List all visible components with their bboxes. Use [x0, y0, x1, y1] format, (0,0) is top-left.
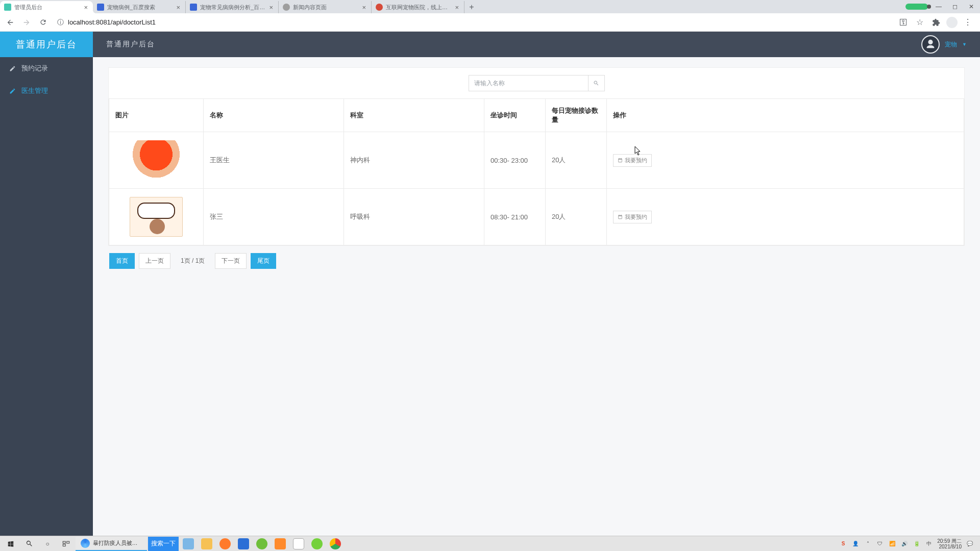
th-time: 坐诊时间 — [484, 99, 546, 132]
tray-chevron-icon[interactable]: ˄ — [864, 540, 872, 548]
topbar: 普通用户后台 宠物 ▼ — [93, 32, 980, 57]
window-minimize-button[interactable]: — — [931, 1, 946, 12]
taskbar-window-title: 暴打防疫人员被行拘 — [93, 539, 142, 547]
taskbar-app[interactable] — [272, 537, 289, 551]
profile-avatar[interactable] — [946, 17, 958, 28]
url-text: localhost:8081/api/doctorList1 — [68, 18, 156, 26]
app-icon — [311, 538, 323, 549]
notifications-icon[interactable]: 💬 — [966, 540, 974, 548]
forward-button[interactable] — [19, 15, 34, 30]
window-maximize-button[interactable]: ◻ — [947, 1, 963, 12]
window-close-button[interactable]: ✕ — [964, 1, 979, 12]
taskbar-app[interactable] — [308, 537, 326, 551]
key-icon[interactable]: ⚿ — [897, 16, 910, 29]
tab-title: 宠物常见病病例分析_百度百科 — [200, 4, 265, 11]
bookmark-star-icon[interactable]: ☆ — [914, 16, 926, 29]
close-icon[interactable]: × — [83, 4, 89, 11]
search-icon — [593, 80, 599, 86]
new-tab-button[interactable]: + — [464, 1, 479, 13]
back-button[interactable] — [3, 15, 17, 30]
notepad-icon — [293, 538, 304, 549]
ime-lang-icon[interactable]: 中 — [925, 540, 933, 548]
taskbar-app[interactable] — [290, 537, 307, 551]
browser-tab[interactable]: 管理员后台 × — [0, 1, 93, 13]
reserve-label: 我要预约 — [625, 157, 647, 164]
reserve-button[interactable]: 我要预约 — [613, 154, 652, 167]
kebab-menu-icon[interactable]: ⋮ — [962, 16, 974, 29]
reserve-button[interactable]: 我要预约 — [613, 211, 652, 223]
taskbar-taskview[interactable] — [57, 537, 75, 551]
search-app-icon — [219, 538, 231, 549]
site-info-icon[interactable]: ⓘ — [57, 18, 64, 27]
close-icon[interactable]: × — [175, 4, 181, 11]
pager-first[interactable]: 首页 — [109, 253, 135, 269]
user-menu[interactable]: 宠物 ▼ — [921, 35, 967, 54]
taskbar-app[interactable] — [180, 537, 197, 551]
app-icon — [256, 538, 267, 549]
tab-title: 互联网宠物医院，线上约专家医… — [386, 4, 451, 11]
tab-title: 新闻内容页面 — [293, 4, 358, 11]
people-icon[interactable]: 👤 — [851, 540, 860, 548]
close-icon[interactable]: × — [268, 4, 274, 11]
table-row: 张三 呼吸科 08:30- 21:00 20人 我要预约 — [109, 189, 964, 245]
taskbar-search[interactable] — [20, 537, 38, 551]
volume-icon[interactable]: 🔊 — [900, 540, 909, 548]
app-icon — [275, 538, 286, 549]
tab-title: 管理员后台 — [14, 4, 80, 11]
content-panel: 图片 名称 科室 坐诊时间 每日宠物接诊数量 操作 王医生 — [108, 67, 965, 246]
ime-icon[interactable]: S — [839, 540, 847, 548]
taskbar-explorer[interactable] — [198, 537, 215, 551]
taskbar-app[interactable] — [253, 537, 271, 551]
app-icon — [238, 538, 249, 549]
svg-rect-2 — [63, 544, 65, 546]
sidebar-item-doctors[interactable]: 医生管理 — [0, 80, 93, 102]
cell-name: 张三 — [204, 189, 344, 245]
pager-next[interactable]: 下一页 — [215, 253, 247, 269]
close-icon[interactable]: × — [361, 4, 367, 11]
search-button[interactable] — [589, 75, 605, 91]
taskview-icon — [62, 540, 70, 547]
windows-icon — [7, 540, 14, 547]
cell-name: 王医生 — [204, 132, 344, 189]
pager-prev[interactable]: 上一页 — [139, 253, 170, 269]
search-input[interactable] — [469, 75, 589, 91]
taskbar-cortana[interactable]: ○ — [39, 537, 56, 551]
browser-tab[interactable]: 宠物常见病病例分析_百度百科 × — [186, 1, 279, 13]
extensions-icon[interactable] — [930, 16, 942, 29]
search-icon — [26, 540, 33, 547]
chrome-icon — [330, 538, 341, 549]
doctor-thumbnail — [130, 140, 183, 180]
close-icon[interactable]: × — [454, 4, 460, 11]
table-row: 王医生 神内科 00:30- 23:00 20人 我要预约 — [109, 132, 964, 189]
taskbar-clock[interactable]: 20:59 周二 2021/8/10 — [937, 538, 962, 549]
wifi-icon[interactable]: 📶 — [888, 540, 896, 548]
sidebar-item-label: 预约记录 — [21, 64, 48, 73]
sidebar-item-appointments[interactable]: 预约记录 — [0, 57, 93, 80]
browser-tab[interactable]: 新闻内容页面 × — [279, 1, 372, 13]
tab-favicon — [97, 4, 104, 11]
pager-last[interactable]: 尾页 — [251, 253, 276, 269]
address-input[interactable]: ⓘ localhost:8081/api/doctorList1 — [52, 15, 895, 30]
browser-tab[interactable]: 互联网宠物医院，线上约专家医… × — [372, 1, 464, 13]
taskbar-search-hot[interactable]: 搜索一下 — [148, 537, 179, 551]
tab-favicon — [376, 4, 383, 11]
tab-favicon — [4, 4, 11, 11]
battery-icon[interactable]: 🔋 — [913, 540, 921, 548]
username-label: 宠物 — [945, 40, 957, 49]
tab-title: 宠物病例_百度搜索 — [107, 4, 172, 11]
start-button[interactable] — [2, 537, 19, 551]
security-icon[interactable]: 🛡 — [876, 540, 884, 548]
taskbar-app[interactable] — [235, 537, 252, 551]
sidebar-item-label: 医生管理 — [21, 86, 48, 95]
extension-indicator[interactable] — [905, 4, 928, 10]
taskbar-app[interactable] — [216, 537, 234, 551]
cell-dept: 神内科 — [344, 132, 484, 189]
calendar-icon — [618, 158, 623, 163]
taskbar-ie[interactable]: 暴打防疫人员被行拘 — [76, 537, 147, 551]
pagination: 首页 上一页 1页 / 1页 下一页 尾页 — [108, 246, 965, 276]
reload-button[interactable] — [36, 15, 50, 30]
taskbar-chrome[interactable] — [327, 537, 344, 551]
cell-capacity: 20人 — [546, 189, 607, 245]
svg-rect-1 — [66, 541, 69, 543]
browser-tab[interactable]: 宠物病例_百度搜索 × — [93, 1, 186, 13]
